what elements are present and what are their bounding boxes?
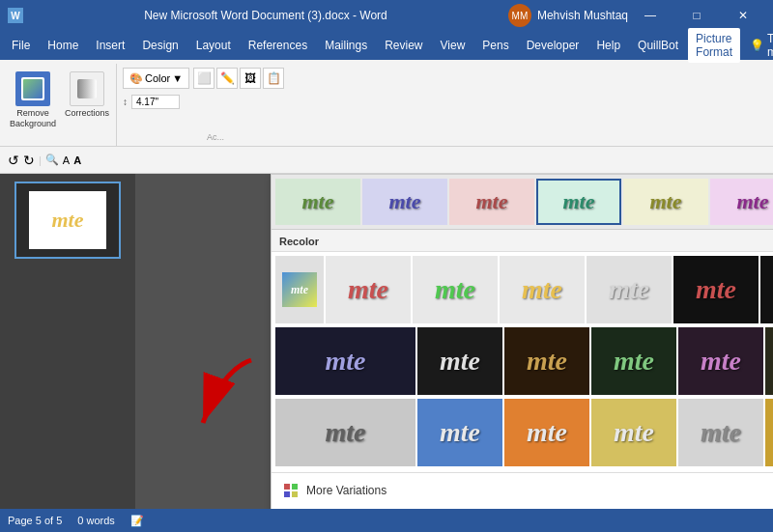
recolor-swatch-0-3[interactable]: mte [587, 256, 672, 323]
zoom-button[interactable]: 🔍 [45, 154, 59, 166]
menu-mailings[interactable]: Mailings [317, 35, 375, 56]
menu-quillbot[interactable]: QuillBot [630, 35, 686, 56]
thumbnail-selected[interactable]: mte [14, 182, 121, 259]
user-name: Mehvish Mushtaq [537, 9, 628, 22]
color-row: 🎨 Color ▼ ⬜ ✏️ 🖼 📋 [123, 68, 308, 89]
menu-layout[interactable]: Layout [188, 35, 239, 56]
svg-rect-3 [292, 491, 298, 497]
close-button[interactable]: ✕ [721, 0, 765, 31]
maximize-button[interactable]: □ [674, 0, 719, 31]
color-picker-btn[interactable]: A [63, 154, 70, 166]
chevron-icon: ▼ [172, 72, 183, 84]
menu-set-transparent[interactable]: Set Transparent Color [272, 504, 773, 509]
menu-references[interactable]: References [241, 35, 315, 56]
lightbulb-icon: 💡 [750, 39, 764, 52]
remove-background-label: Remove Background [9, 108, 57, 129]
avatar: MM [508, 4, 531, 27]
preview-swatch-0[interactable]: mte [275, 179, 360, 225]
ribbon: Remove Background Corrections 🎨 Color ▼ … [0, 60, 773, 147]
redo-button[interactable]: ↻ [23, 153, 35, 168]
recolor-swatch-1-1[interactable]: mte [417, 327, 502, 395]
size-row: ↕ 4.17" [123, 95, 308, 109]
menu-developer[interactable]: Developer [519, 35, 587, 56]
recolor-swatch-2-5[interactable]: mte [765, 399, 773, 466]
separator: | [39, 154, 42, 166]
quick-access: ↺ ↻ | 🔍 A A [8, 153, 81, 168]
ribbon-icon-buttons: ⬜ ✏️ 🖼 📋 [193, 68, 284, 89]
recolor-swatch-2-3[interactable]: mte [591, 399, 676, 466]
ribbon-icon-btn-4[interactable]: 📋 [263, 68, 284, 89]
height-input[interactable]: 4.17" [131, 95, 180, 109]
preview-swatch-3[interactable]: mte [536, 179, 621, 225]
recolor-swatch-1-5[interactable]: mte [765, 327, 773, 395]
recolor-swatch-0-2[interactable]: mte [500, 256, 585, 323]
recolor-swatch-1-3[interactable]: mte [591, 327, 676, 395]
ribbon-adjust-group: Remove Background Corrections [4, 64, 117, 146]
divider [272, 472, 773, 473]
no-recolor-swatch[interactable]: mte [275, 256, 324, 323]
top-preview-row: mte mte mte mte mte mte m [272, 175, 773, 230]
recolor-swatch-0-4[interactable]: mte [673, 256, 759, 323]
menu-more-variations[interactable]: More Variations [272, 477, 773, 504]
more-variations-label: More Variations [306, 484, 386, 497]
ribbon-icon-btn-1[interactable]: ⬜ [193, 68, 215, 89]
title-bar-user: MM Mehvish Mushtaq [508, 4, 628, 27]
menu-pens[interactable]: Pens [474, 35, 516, 56]
undo-button[interactable]: ↺ [8, 153, 19, 168]
svg-rect-1 [292, 484, 298, 490]
preview-swatch-4[interactable]: mte [623, 179, 708, 225]
word-count: 0 words [77, 515, 115, 526]
size-label: ↕ [123, 97, 128, 107]
ribbon-group-label-ac: Ac... [123, 132, 308, 142]
ribbon-color-group: 🎨 Color ▼ ⬜ ✏️ 🖼 📋 ↕ 4.17" Ac... [119, 64, 312, 146]
recolor-section-title: Recolor [272, 230, 773, 252]
title-bar-controls: — □ ✕ [628, 0, 765, 31]
menu-insert[interactable]: Insert [88, 35, 132, 56]
svg-rect-0 [284, 484, 290, 490]
title-bar-app-icon: W [8, 8, 23, 23]
recolor-swatch-2-0[interactable]: mte [275, 399, 415, 466]
recolor-swatch-1-4[interactable]: mte [678, 327, 763, 395]
menu-review[interactable]: Review [377, 35, 430, 56]
main-area: mte mte mte mte mte m [0, 174, 773, 509]
menu-home[interactable]: Home [40, 35, 86, 56]
ribbon-icon-btn-2[interactable]: ✏️ [216, 68, 238, 89]
svg-rect-2 [284, 491, 290, 497]
recolor-swatch-0-1[interactable]: mte [413, 256, 498, 323]
preview-swatch-1[interactable]: mte [362, 179, 447, 225]
recolor-swatch-1-2[interactable]: mte [504, 327, 589, 395]
preview-swatch-5[interactable]: mte [710, 179, 773, 225]
ribbon-icon-btn-3[interactable]: 🖼 [240, 68, 261, 89]
menu-view[interactable]: View [433, 35, 473, 56]
recolor-swatch-0-5[interactable]: mte [760, 256, 773, 323]
recolor-row-2: mte mte mte mte mte mte m [272, 399, 773, 468]
document-area: mte mte mte mte mte mte m [135, 174, 773, 509]
menu-design[interactable]: Design [134, 35, 186, 56]
status-bar: Page 5 of 5 0 words 📝 [0, 509, 773, 532]
menu-picture-format[interactable]: Picture Format [688, 28, 740, 63]
corrections-button[interactable]: Corrections [62, 68, 112, 123]
color-icon: 🎨 [129, 72, 143, 85]
language-icon: 📝 [130, 515, 144, 527]
remove-background-button[interactable]: Remove Background [8, 68, 58, 133]
text-btn[interactable]: A [73, 154, 81, 166]
corrections-label: Corrections [63, 108, 111, 119]
minimize-button[interactable]: — [628, 0, 673, 31]
more-variations-icon [283, 483, 299, 498]
page-info: Page 5 of 5 [8, 515, 62, 526]
recolor-swatch-2-4[interactable]: mte [678, 399, 763, 466]
preview-swatch-2[interactable]: mte [449, 179, 534, 225]
menu-tell-me[interactable]: 💡 Tell me [742, 28, 773, 63]
toolbar-area: ↺ ↻ | 🔍 A A [0, 147, 773, 174]
color-dropdown[interactable]: 🎨 Color ▼ [123, 68, 189, 89]
recolor-row-0: mte mte mte mte mte mte [272, 252, 773, 325]
left-panel: mte [0, 174, 135, 509]
menu-bar: File Home Insert Design Layout Reference… [0, 31, 773, 60]
recolor-swatch-2-2[interactable]: mte [504, 399, 589, 466]
menu-help[interactable]: Help [588, 35, 628, 56]
recolor-swatch-2-1[interactable]: mte [417, 399, 502, 466]
menu-file[interactable]: File [4, 35, 38, 56]
recolor-swatch-1-0[interactable]: mte [275, 327, 415, 395]
recolor-swatch-0-0[interactable]: mte [326, 256, 411, 323]
title-bar: W New Microsoft Word Document (3).docx -… [0, 0, 773, 31]
